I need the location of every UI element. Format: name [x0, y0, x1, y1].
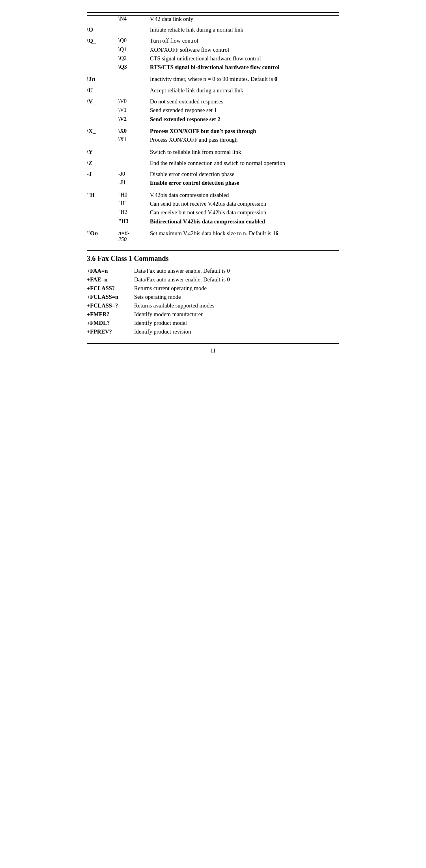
fax-cmd-fmfr: +FMFR?	[87, 311, 134, 318]
j0-desc: Disable error control detection phase	[150, 170, 239, 178]
n4-subcmd: \N4	[118, 16, 150, 22]
cmd-backslash-x: \X_	[87, 127, 118, 135]
q2-row: \Q2 CTS signal unidirectional hardware f…	[118, 54, 280, 62]
subs-dash-j: -J0 Disable error control detection phas…	[118, 170, 239, 188]
fax-entry-fprev: +FPREV? Identify product revision	[87, 328, 339, 335]
bottom-border	[87, 343, 339, 344]
fax-entry-fmfr: +FMFR? Identify modem manufacturer	[87, 311, 339, 318]
fax-cmd-fprev: +FPREV?	[87, 328, 134, 335]
fax-cmd-fae: +FAE=n	[87, 276, 134, 283]
q0-row: \Q0 Turn off flow control	[118, 37, 280, 45]
v1-row: \V1 Send extended response set 1	[118, 106, 223, 114]
entry-backslash-u: \U Accept reliable link during a normal …	[87, 86, 339, 94]
v1-sub: \V1	[118, 106, 150, 114]
entry-backslash-z: \Z End the reliable connection and switc…	[87, 159, 339, 167]
fax-entry-fae: +FAE=n Data/Fax auto answer enable. Defa…	[87, 276, 339, 283]
subs-backslash-x: \X0 Process XON/XOFF but don't pass thro…	[118, 127, 256, 145]
entry-backslash-x: \X_ \X0 Process XON/XOFF but don't pass …	[87, 127, 339, 145]
h1-sub: "H1	[118, 200, 150, 208]
entry-backslash-y: \Y Switch to reliable link from normal l…	[87, 148, 339, 156]
j1-desc: Enable error control detection phase	[150, 179, 239, 187]
q0-desc: Turn off flow control	[150, 37, 280, 45]
section-3-6-title: 3.6 Fax Class 1 Commands	[87, 255, 339, 263]
subs-quote-h: "H0 V.42bis data compression disabled "H…	[118, 191, 266, 226]
cmd-backslash-u: \U	[87, 86, 118, 94]
q1-sub: \Q1	[118, 46, 150, 54]
on-desc: Set maximum V.42bis data block size to n…	[150, 229, 278, 243]
entry-quote-on: "On n=6-250 Set maximum V.42bis data blo…	[87, 229, 339, 244]
q1-desc: XON/XOFF software flow control	[150, 46, 280, 54]
v2-row: \V2 Send extended response set 2	[118, 115, 223, 123]
h2-row: "H2 Can receive but not send V.42bis dat…	[118, 208, 266, 216]
v2-desc: Send extended response set 2	[150, 115, 223, 123]
main-table: \N4 V.42 data link only \O Initiate reli…	[87, 16, 339, 244]
h0-desc: V.42bis data compression disabled	[150, 191, 266, 199]
h0-row: "H0 V.42bis data compression disabled	[118, 191, 266, 199]
entry-backslash-o: \O Initiate reliable link during a norma…	[87, 26, 339, 34]
entry-backslash-t: \Tn Inactivity timer, where n = 0 to 90 …	[87, 75, 339, 83]
fax-desc-fclass-eq: Returns available supported modes	[134, 302, 339, 309]
fax-desc-fae: Data/Fax auto answer enable. Default is …	[134, 276, 339, 283]
entry-backslash-q: \Q_ \Q0 Turn off flow control \Q1 XON/XO…	[87, 37, 339, 72]
sub-empty-o	[118, 26, 150, 26]
subs-quote-on: n=6-250 Set maximum V.42bis data block s…	[118, 229, 278, 244]
fax-cmd-fclass-n: +FCLASS=n	[87, 294, 134, 300]
fax-desc-faa: Data/Fax auto answer enable. Default is …	[134, 268, 339, 274]
desc-backslash-t: Inactivity timer, where n = 0 to 90 minu…	[150, 75, 339, 83]
desc-backslash-y: Switch to reliable link from normal link	[150, 148, 339, 156]
h1-desc: Can send but not receive V.42bis data co…	[150, 200, 266, 208]
page-number: 11	[87, 348, 339, 354]
x0-row: \X0 Process XON/XOFF but don't pass thro…	[118, 127, 256, 135]
fax-entry-fclass-q: +FCLASS? Returns current operating mode	[87, 285, 339, 292]
cmd-backslash-o: \O	[87, 26, 118, 33]
q3-desc: RTS/CTS signal bi-directional hardware f…	[150, 63, 280, 71]
cmd-quote-on: "On	[87, 229, 118, 237]
fax-cmd-fmdl: +FMDL?	[87, 320, 134, 326]
entry-n4: \N4 V.42 data link only	[87, 16, 339, 22]
entry-quote-h: "H "H0 V.42bis data compression disabled…	[87, 191, 339, 226]
sub-empty-u	[118, 86, 150, 87]
x0-desc: Process XON/XOFF but don't pass through	[150, 127, 256, 135]
v0-desc: Do not send extended responses	[150, 97, 223, 105]
q3-row: \Q3 RTS/CTS signal bi-directional hardwa…	[118, 63, 280, 71]
h1-row: "H1 Can send but not receive V.42bis dat…	[118, 200, 266, 208]
v0-sub: \V0	[118, 97, 150, 105]
desc-backslash-o: Initiate reliable link during a normal l…	[150, 26, 339, 34]
q0-sub: \Q0	[118, 37, 150, 45]
h3-row: "H3 Bidirectional V.42bis data compressi…	[118, 217, 266, 225]
cmd-backslash-y: \Y	[87, 148, 118, 156]
subs-backslash-v: \V0 Do not send extended responses \V1 S…	[118, 97, 223, 124]
fax-entry-fclass-eq: +FCLASS=? Returns available supported mo…	[87, 302, 339, 309]
cmd-backslash-v: \V_	[87, 97, 118, 105]
j0-sub: -J0	[118, 170, 150, 178]
fax-desc-fmdl: Identify product model	[134, 320, 339, 326]
j1-sub: -J1	[118, 179, 150, 187]
section-3-6: 3.6 Fax Class 1 Commands +FAA=n Data/Fax…	[87, 250, 339, 335]
desc-backslash-z: End the reliable connection and switch t…	[150, 159, 339, 167]
j1-row: -J1 Enable error control detection phase	[118, 179, 239, 187]
fax-entry-fmdl: +FMDL? Identify product model	[87, 320, 339, 326]
fax-entry-faa: +FAA=n Data/Fax auto answer enable. Defa…	[87, 268, 339, 274]
q2-sub: \Q2	[118, 54, 150, 62]
h3-desc: Bidirectional V.42bis data compression e…	[150, 217, 266, 225]
sub-empty-t	[118, 75, 150, 76]
cmd-backslash-z: \Z	[87, 159, 118, 167]
sub-empty-y	[118, 148, 150, 149]
h0-sub: "H0	[118, 191, 150, 199]
subs-backslash-q: \Q0 Turn off flow control \Q1 XON/XOFF s…	[118, 37, 280, 72]
fax-desc-fmfr: Identify modem manufacturer	[134, 311, 339, 318]
j0-row: -J0 Disable error control detection phas…	[118, 170, 239, 178]
x1-desc: Process XON/XOFF and pass through	[150, 136, 256, 144]
top-border	[87, 12, 339, 13]
fax-desc-fprev: Identify product revision	[134, 328, 339, 335]
cmd-backslash-t: \Tn	[87, 75, 118, 82]
cmd-dash-j: -J	[87, 170, 118, 178]
fax-cmd-faa: +FAA=n	[87, 268, 134, 274]
x1-sub: \X1	[118, 136, 150, 144]
q2-desc: CTS signal unidirectional hardware flow …	[150, 54, 280, 62]
fax-entry-fclass-n: +FCLASS=n Sets operating mode	[87, 294, 339, 300]
n4-desc: V.42 data link only	[150, 16, 339, 22]
fax-cmd-fclass-q: +FCLASS?	[87, 285, 134, 292]
h3-sub: "H3	[118, 217, 150, 225]
v2-sub: \V2	[118, 115, 150, 123]
